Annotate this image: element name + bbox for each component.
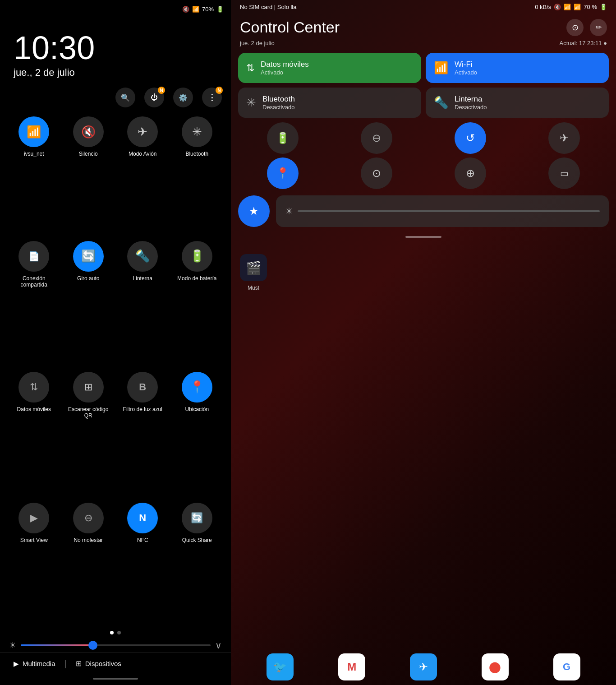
gmail-app[interactable]: M — [338, 653, 365, 680]
toggle-battery-mode[interactable]: 🔋 Modo de batería — [172, 241, 222, 367]
google-icon: G — [553, 653, 580, 680]
cc-tile-bluetooth[interactable]: ✳ Bluetooth Desactivado — [238, 88, 421, 118]
airplane-label: Modo Avión — [129, 151, 157, 157]
toggle-bluetooth[interactable]: ✳ Bluetooth — [172, 116, 222, 236]
bluetooth-label: Bluetooth — [185, 151, 208, 157]
auto-brightness-icon: ★ — [249, 205, 259, 218]
cc-settings-icon: ⊙ — [572, 23, 579, 32]
twitter-app[interactable]: 🐦 — [267, 653, 294, 680]
cc-tile-flashlight[interactable]: 🔦 Linterna Desactivado — [426, 88, 609, 118]
cc-tile-airplane[interactable]: ✈ — [548, 122, 580, 154]
cc-tile-zoom[interactable]: ⊕ — [455, 157, 486, 189]
cc-tile-mobile-data[interactable]: ⇅ Datos móviles Activado — [238, 53, 421, 83]
battery-icon: 🔋 — [216, 6, 224, 13]
wifi-tile-status: Activado — [455, 69, 477, 76]
clock-date: jue., 2 de julio — [14, 67, 217, 79]
cc-tile-dnd[interactable]: ⊖ — [361, 122, 392, 154]
brightness-thumb[interactable] — [88, 641, 97, 650]
battery-mode-circle: 🔋 — [182, 241, 212, 272]
cc-tile-battery-save[interactable]: 🔋 — [267, 122, 299, 154]
right-status-bar: No SIM card | Solo lla 0 kB/s 🔇 📶 📶 70 %… — [231, 0, 616, 14]
silent-label: Silencio — [79, 151, 98, 157]
toggle-wifi[interactable]: 📶 ivsu_net — [9, 116, 59, 236]
telegram-app[interactable]: ✈ — [410, 653, 437, 680]
cc-date-left: jue. 2 de julio — [240, 40, 275, 46]
mobile-data-label: Datos móviles — [17, 406, 51, 412]
cc-tile-location[interactable]: 📍 — [267, 157, 299, 189]
cc-tile-auto-rotate[interactable]: ↺ — [455, 122, 486, 154]
toggle-qr[interactable]: ⊞ Escanear código QR — [64, 372, 114, 498]
multimedia-button[interactable]: ▶ Multimedia — [14, 660, 55, 668]
wifi-tile-icon: 📶 — [434, 61, 448, 75]
toggle-dnd[interactable]: ⊖ No molestar — [64, 503, 114, 623]
telegram-icon: ✈ — [410, 653, 437, 680]
right-wifi-icon: 📶 — [564, 4, 571, 10]
qr-circle: ⊞ — [73, 372, 104, 403]
toggle-blue-filter[interactable]: B Filtro de luz azul — [118, 372, 168, 498]
right-status-left: No SIM card | Solo lla — [240, 4, 296, 10]
toggle-auto-rotate[interactable]: 🔄 Giro auto — [64, 241, 114, 367]
left-status-bar: 🔇 📶 70% 🔋 — [0, 0, 231, 18]
toggle-hotspot[interactable]: 📄 Conexión compartida — [9, 241, 59, 367]
toggle-airplane[interactable]: ✈ Modo Avión — [118, 116, 168, 236]
cc-settings-button[interactable]: ⊙ — [566, 19, 584, 36]
quick-icons-bar: 🔍 ⏻ N ⚙️ ⋮ N — [0, 83, 231, 112]
wifi-signal-icon: 📶 — [192, 6, 199, 13]
toggle-nfc[interactable]: N NFC — [118, 503, 168, 623]
dot-2 — [117, 631, 121, 634]
flashlight-circle: 🔦 — [127, 241, 158, 272]
auto-rotate-label: Giro auto — [77, 275, 99, 282]
toggle-location[interactable]: 📍 Ubicación — [172, 372, 222, 498]
silent-circle: 🔇 — [73, 116, 104, 147]
cc-edit-button[interactable]: ✏ — [590, 19, 607, 36]
right-mute-icon: 🔇 — [554, 4, 561, 10]
toggle-smart-view[interactable]: ▶ Smart View — [9, 503, 59, 623]
bluetooth-tile-text: Bluetooth Desactivado — [262, 95, 295, 111]
mobile-data-tile-name: Datos móviles — [261, 60, 309, 69]
brightness-chevron[interactable]: ∨ — [215, 640, 222, 651]
flashlight-tile-status: Desactivado — [455, 104, 487, 111]
more-options-button[interactable]: ⋮ N — [202, 88, 222, 107]
more-badge: N — [216, 87, 223, 94]
toggle-silent[interactable]: 🔇 Silencio — [64, 116, 114, 236]
blue-filter-circle: B — [127, 372, 158, 403]
cc-home-indicator — [231, 231, 616, 241]
multimedia-play-icon: ▶ — [14, 660, 19, 668]
cc-tile-cast[interactable]: ▭ — [548, 157, 580, 189]
wifi-circle: 📶 — [18, 116, 49, 147]
brightness-track[interactable] — [21, 644, 211, 646]
toggle-quick-share[interactable]: 🔄 Quick Share — [172, 503, 222, 623]
chrome-app[interactable]: ⬤ — [482, 653, 509, 680]
cc-brightness-row: ★ ☀ — [231, 191, 616, 231]
clock-area: 10:30 jue., 2 de julio — [0, 18, 231, 83]
brightness-icon: ☀ — [9, 640, 16, 650]
bottom-app-area: 🎬 Must — [231, 250, 616, 296]
media-divider: | — [64, 658, 67, 669]
settings-button[interactable]: ⚙️ — [173, 88, 193, 107]
power-menu-button[interactable]: ⏻ N — [144, 88, 164, 107]
must-app-group: 🎬 Must — [240, 254, 267, 291]
devices-button[interactable]: ⊞ Dispositivos — [76, 659, 121, 668]
cc-small-tiles-row1: 🔋 ⊖ ↺ ✈ — [231, 120, 616, 156]
wifi-tile-text: Wi-Fi Activado — [455, 60, 477, 76]
toggle-mobile-data[interactable]: ⇅ Datos móviles — [9, 372, 59, 498]
toggle-flashlight[interactable]: 🔦 Linterna — [118, 241, 168, 367]
cc-brightness-slider-container[interactable]: ☀ — [276, 195, 609, 227]
home-indicator-left — [0, 674, 231, 685]
media-bar: ▶ Multimedia | ⊞ Dispositivos — [0, 653, 231, 674]
flashlight-tile-name: Linterna — [455, 95, 487, 104]
smart-view-label: Smart View — [20, 537, 48, 543]
must-app-icon[interactable]: 🎬 — [240, 254, 267, 281]
cc-tile-wifi[interactable]: 📶 Wi-Fi Activado — [426, 53, 609, 83]
blue-filter-label: Filtro de luz azul — [123, 406, 162, 412]
cc-auto-brightness-button[interactable]: ★ — [238, 195, 270, 227]
location-circle: 📍 — [182, 372, 212, 403]
brightness-control[interactable]: ☀ ∨ — [0, 638, 231, 653]
cc-brightness-track[interactable] — [298, 210, 600, 212]
dnd-circle: ⊖ — [73, 503, 104, 533]
google-app[interactable]: G — [553, 653, 580, 680]
search-button[interactable]: 🔍 — [115, 88, 135, 107]
flashlight-label: Linterna — [133, 275, 152, 282]
cc-big-tiles: ⇅ Datos móviles Activado 📶 Wi-Fi Activad… — [231, 50, 616, 120]
cc-tile-hotspot[interactable]: ⊙ — [361, 157, 392, 189]
